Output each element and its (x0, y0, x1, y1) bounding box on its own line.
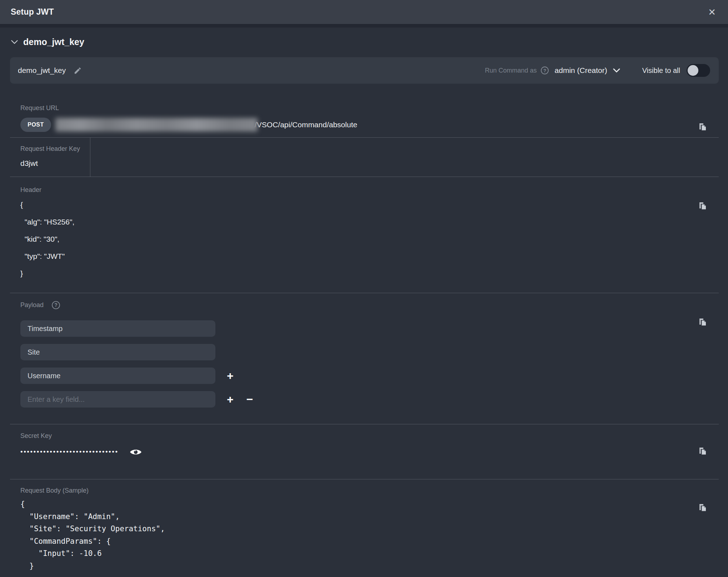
chevron-down-icon (11, 40, 18, 44)
jwt-header-json: { "alg": "HS256", "kid": "30", "typ": "J… (10, 196, 719, 282)
secret-key-masked-value: •••••••••••••••••••••••••••••• (20, 447, 119, 457)
svg-text:?: ? (543, 68, 546, 73)
column-divider (90, 138, 90, 177)
payload-key-input-new[interactable] (20, 391, 215, 408)
visible-to-all-label: Visible to all (642, 66, 680, 75)
jwt-key-card-header: demo_jwt_key Run Command as ? admin (Cre… (10, 57, 719, 84)
request-url-section: Request URL POST /VSOC/api/Command/absol… (10, 104, 719, 137)
jwt-key-collapse-header[interactable]: demo_jwt_key (11, 37, 728, 47)
request-body-label: Request Body (Sample) (10, 487, 719, 494)
copy-icon[interactable] (698, 447, 708, 456)
svg-text:?: ? (54, 302, 58, 308)
request-url-path: /VSOC/api/Command/absolute (255, 120, 357, 129)
secret-key-section: Secret Key •••••••••••••••••••••••••••••… (10, 424, 719, 479)
jwt-header-label: Header (10, 186, 719, 194)
payload-field-row (20, 344, 719, 360)
payload-label: Payload (20, 301, 44, 309)
run-command-as-label: Run Command as (485, 67, 537, 74)
copy-icon[interactable] (698, 122, 708, 132)
json-line: "CommandParams": { (20, 535, 719, 548)
json-line: "Site": "Security Operations", (20, 523, 719, 535)
copy-icon[interactable] (698, 317, 708, 327)
request-url-row: POST /VSOC/api/Command/absolute (10, 118, 719, 132)
json-line: "Input": -10.6 (20, 547, 719, 560)
payload-label-row: Payload ? (10, 301, 719, 310)
jwt-header-section: Header { "alg": "HS256", "kid": "30", "t… (10, 177, 719, 293)
visible-to-all-toggle[interactable] (687, 64, 710, 77)
redacted-url-blur (55, 118, 258, 132)
http-method-badge: POST (20, 118, 51, 132)
setup-jwt-dialog: Setup JWT ✕ demo_jwt_key demo_jwt_key Ru… (0, 0, 728, 577)
edit-pencil-icon[interactable] (74, 66, 82, 75)
payload-field-row (20, 320, 719, 337)
payload-key-input-timestamp[interactable] (20, 320, 215, 337)
toggle-knob (688, 65, 698, 76)
request-body-section: Request Body (Sample) { "Username": "Adm… (10, 479, 719, 572)
secret-key-row: •••••••••••••••••••••••••••••• (10, 447, 719, 457)
json-line: } (20, 560, 719, 572)
payload-key-input-username[interactable] (20, 368, 215, 384)
payload-fields: + + − (10, 320, 719, 408)
request-url-label: Request URL (10, 104, 719, 112)
json-line: { (20, 196, 719, 213)
copy-icon[interactable] (698, 201, 708, 211)
help-icon[interactable]: ? (51, 301, 60, 310)
payload-key-input-site[interactable] (20, 344, 215, 360)
json-line: } (20, 265, 719, 282)
jwt-key-name: demo_jwt_key (18, 66, 66, 75)
card-right-controls: Run Command as ? admin (Creator) Visible… (485, 64, 710, 77)
payload-section: Payload ? + + − (10, 293, 719, 424)
dialog-titlebar: Setup JWT ✕ (0, 0, 728, 28)
dialog-title: Setup JWT (11, 7, 54, 17)
json-line: "Username": "Admin", (20, 511, 719, 523)
payload-field-row: + − (20, 391, 719, 408)
request-body-json: { "Username": "Admin", "Site": "Security… (10, 498, 719, 572)
run-command-as-select[interactable]: admin (Creator) (555, 66, 607, 75)
help-icon[interactable]: ? (540, 66, 549, 75)
add-field-icon[interactable]: + (227, 394, 234, 405)
payload-field-row: + (20, 368, 719, 384)
json-line: "typ": "JWT" (20, 248, 719, 265)
add-field-icon[interactable]: + (227, 370, 234, 381)
eye-icon[interactable] (129, 448, 142, 457)
json-line: "kid": "30", (20, 231, 719, 248)
jwt-key-name-heading: demo_jwt_key (23, 37, 84, 47)
request-header-key-section: Request Header Key d3jwt (10, 137, 719, 177)
chevron-down-icon[interactable] (613, 68, 620, 73)
copy-icon[interactable] (698, 503, 708, 513)
request-header-key-label: Request Header Key (10, 145, 719, 153)
request-header-key-value: d3jwt (10, 159, 719, 168)
json-line: "alg": "HS256", (20, 213, 719, 231)
json-line: { (20, 498, 719, 511)
close-icon[interactable]: ✕ (707, 6, 717, 18)
secret-key-label: Secret Key (10, 432, 719, 440)
remove-field-icon[interactable]: − (246, 394, 253, 405)
